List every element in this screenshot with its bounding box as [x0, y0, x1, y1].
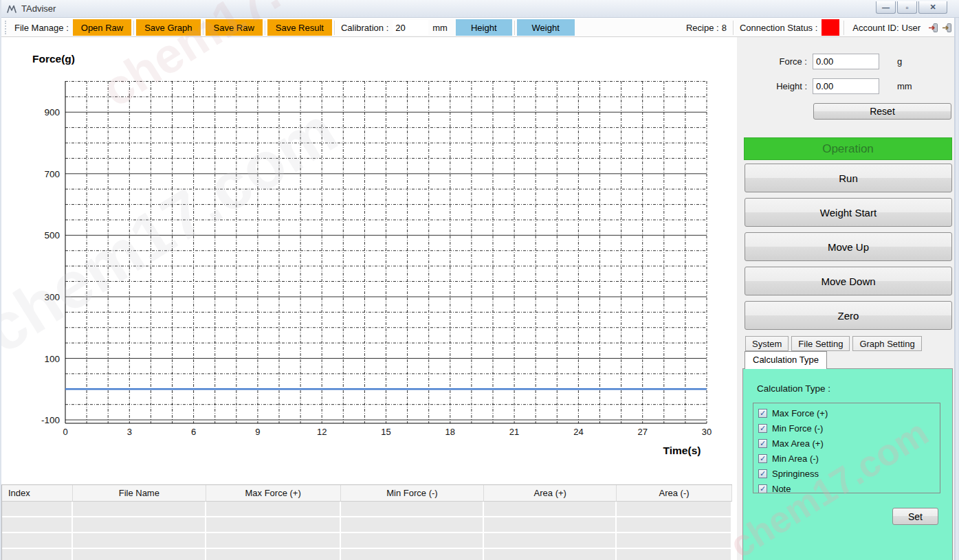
column-header[interactable]: Max Force (+) — [206, 485, 341, 501]
force-readout-input[interactable] — [813, 54, 879, 69]
calibration-label: Calibration : — [337, 23, 393, 33]
calibration-input[interactable] — [393, 20, 428, 35]
calc-type-item-label: Min Area (-) — [772, 453, 819, 464]
logout-icon[interactable] — [942, 23, 952, 33]
table-cell — [341, 517, 485, 533]
title-bar: TAdviser — ▫ ✕ — [1, 0, 959, 18]
table-cell — [617, 533, 732, 549]
tab-file-setting[interactable]: File Setting — [791, 336, 850, 351]
table-cell — [73, 549, 206, 560]
table-cell — [617, 549, 732, 560]
toolbar-separator — [334, 21, 335, 35]
table-cell — [206, 549, 341, 560]
operation-header: Operation — [744, 137, 952, 160]
toolbar-separator — [265, 21, 265, 35]
table-cell — [73, 502, 206, 517]
window-frame-edge — [954, 18, 959, 560]
toolbar-separator — [733, 21, 734, 35]
table-cell — [484, 533, 617, 549]
force-readout-unit: g — [897, 54, 902, 70]
calibration-unit: mm — [428, 23, 456, 33]
save-raw-button[interactable]: Save Raw — [206, 19, 263, 36]
svg-text:24: 24 — [573, 427, 583, 437]
reset-button[interactable]: Reset — [813, 103, 951, 120]
move-up-button[interactable]: Move Up — [745, 232, 952, 261]
zero-button[interactable]: Zero — [745, 301, 952, 330]
table-cell — [73, 517, 206, 533]
svg-text:500: 500 — [44, 230, 60, 240]
checkbox-max-area[interactable]: ✓ — [758, 439, 767, 448]
set-button[interactable]: Set — [892, 508, 938, 525]
weight-mode-button[interactable]: Weight — [517, 19, 575, 36]
column-header[interactable]: Area (+) — [484, 485, 617, 501]
weight-start-button[interactable]: Weight Start — [745, 198, 952, 227]
checkbox-min-force[interactable]: ✓ — [758, 424, 767, 433]
toolbar: File Manage : Open Raw Save Graph Save R… — [1, 19, 959, 37]
column-header[interactable]: Min Force (-) — [341, 485, 485, 501]
save-graph-button[interactable]: Save Graph — [136, 19, 200, 36]
close-button[interactable]: ✕ — [918, 1, 947, 14]
connection-status-indicator — [822, 19, 839, 36]
force-time-chart: 900700500300100-100036912151821242730For… — [1, 37, 737, 482]
checkbox-springiness[interactable]: ✓ — [758, 469, 767, 478]
table-row[interactable] — [2, 549, 732, 560]
login-icon[interactable] — [928, 23, 938, 33]
svg-text:300: 300 — [44, 292, 60, 302]
svg-text:3: 3 — [127, 427, 132, 437]
toolbar-separator — [203, 21, 203, 35]
table-row[interactable] — [2, 533, 732, 549]
table-cell — [341, 549, 485, 560]
toolbar-separator — [514, 21, 515, 35]
minimize-button[interactable]: — — [876, 1, 896, 14]
move-down-button[interactable]: Move Down — [745, 267, 952, 295]
table-row[interactable] — [2, 502, 732, 517]
open-raw-button[interactable]: Open Raw — [73, 19, 131, 36]
height-mode-button[interactable]: Height — [456, 19, 512, 36]
table-cell — [484, 502, 617, 517]
recipe-value: 8 — [720, 23, 731, 33]
svg-text:6: 6 — [191, 427, 196, 437]
column-header[interactable]: Area (-) — [617, 485, 732, 501]
connection-status-label: Connection Status : — [736, 23, 822, 33]
column-header[interactable]: File Name — [73, 485, 206, 501]
svg-text:700: 700 — [44, 169, 60, 179]
results-table-header: IndexFile NameMax Force (+)Min Force (-)… — [2, 485, 732, 502]
table-cell — [617, 517, 732, 533]
save-result-button[interactable]: Save Result — [267, 19, 332, 36]
svg-text:15: 15 — [381, 427, 390, 437]
checkbox-max-force[interactable]: ✓ — [758, 409, 767, 418]
table-row[interactable] — [2, 517, 732, 533]
calc-type-item: ✓Min Force (-) — [758, 421, 940, 436]
table-cell — [2, 549, 73, 560]
tab-calculation-type[interactable]: Calculation Type — [745, 351, 827, 369]
height-readout-unit: mm — [897, 78, 912, 95]
svg-text:900: 900 — [44, 107, 60, 117]
height-readout-input[interactable] — [813, 78, 879, 94]
table-cell — [617, 502, 732, 517]
calculation-type-list: ✓Max Force (+)✓Min Force (-)✓Max Area (+… — [753, 403, 940, 493]
checkbox-min-area[interactable]: ✓ — [758, 454, 767, 463]
account-user-value: User — [901, 23, 925, 33]
toolbar-separator — [133, 21, 134, 35]
calc-type-item: ✓Note — [758, 481, 940, 493]
tab-graph-setting[interactable]: Graph Setting — [852, 336, 921, 351]
table-cell — [2, 533, 73, 549]
table-cell — [341, 502, 485, 517]
svg-text:0: 0 — [63, 427, 67, 437]
toolbar-grip — [5, 21, 7, 34]
calc-type-item-label: Max Force (+) — [772, 408, 828, 418]
checkbox-note[interactable]: ✓ — [758, 484, 767, 493]
window-title: TAdviser — [21, 3, 56, 14]
run-button[interactable]: Run — [745, 164, 952, 192]
tab-system[interactable]: System — [745, 336, 789, 351]
toolbar-separator — [844, 21, 844, 35]
column-header[interactable]: Index — [2, 485, 73, 501]
svg-text:-100: -100 — [41, 415, 60, 425]
calculation-type-panel: Calculation Type : ✓Max Force (+)✓Min Fo… — [742, 368, 953, 560]
app-window: TAdviser — ▫ ✕ File Manage : Open Raw Sa… — [0, 0, 959, 560]
height-readout-label: Height : — [737, 78, 807, 95]
file-manage-label: File Manage : — [10, 23, 73, 33]
svg-text:30: 30 — [702, 427, 712, 437]
maximize-button[interactable]: ▫ — [897, 1, 917, 14]
calc-type-item-label: Springiness — [772, 469, 819, 479]
